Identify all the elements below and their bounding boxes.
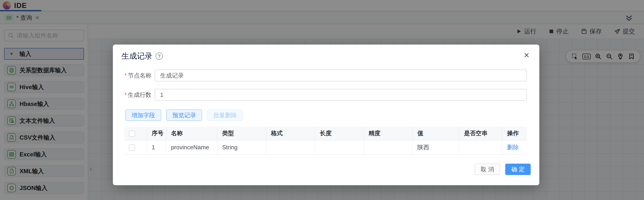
- node-name-label: *节点名称: [122, 72, 152, 80]
- col-format: 格式: [266, 127, 315, 140]
- dialog-title: 生成记录: [122, 51, 152, 61]
- node-name-field: *节点名称: [122, 70, 527, 81]
- cell-format[interactable]: [266, 140, 315, 154]
- required-marker: *: [124, 72, 127, 79]
- table-row: 1 provinceName String 陕西 删除: [124, 140, 527, 154]
- field-actions: 增加字段 预览记录 批量删除: [125, 110, 243, 121]
- preview-records-button[interactable]: 预览记录: [166, 110, 202, 121]
- dialog-close-icon[interactable]: ×: [524, 51, 529, 60]
- cell-precision[interactable]: [364, 140, 412, 154]
- required-marker: *: [124, 91, 127, 98]
- col-value: 值: [412, 127, 459, 140]
- cell-name[interactable]: provinceName: [166, 140, 217, 154]
- col-length: 长度: [315, 127, 364, 140]
- delete-row-link[interactable]: 删除: [507, 144, 519, 151]
- col-is-empty: 是否空串: [459, 127, 502, 140]
- help-icon[interactable]: ?: [156, 53, 163, 60]
- col-action: 操作: [502, 127, 527, 140]
- col-type: 类型: [217, 127, 266, 140]
- row-count-label: *生成行数: [122, 91, 152, 99]
- ok-button[interactable]: 确 定: [505, 164, 531, 175]
- col-precision: 精度: [364, 127, 412, 140]
- cancel-button[interactable]: 取 消: [474, 164, 500, 175]
- dialog-footer: 取 消 确 定: [474, 164, 531, 175]
- row-checkbox[interactable]: [129, 144, 135, 151]
- row-count-input[interactable]: [155, 89, 527, 101]
- row-count-field: *生成行数: [122, 89, 527, 101]
- fields-table: 序号 名称 类型 格式 长度 精度 值 是否空串 操作 1 provinceNa…: [124, 127, 527, 155]
- select-all-checkbox[interactable]: [129, 130, 135, 137]
- cell-seq: 1: [147, 140, 166, 154]
- cell-type[interactable]: String: [217, 140, 266, 154]
- add-field-button[interactable]: 增加字段: [125, 110, 161, 121]
- node-name-input[interactable]: [155, 70, 527, 81]
- cell-length[interactable]: [315, 140, 364, 154]
- generate-records-dialog: 生成记录 ? × *节点名称 *生成行数 增加字段 预览记录 批量删除 序号 名…: [113, 45, 539, 185]
- cell-is-empty[interactable]: [459, 140, 502, 154]
- batch-delete-button[interactable]: 批量删除: [207, 110, 243, 121]
- col-seq: 序号: [147, 127, 166, 140]
- cell-value[interactable]: 陕西: [412, 140, 459, 154]
- table-header-row: 序号 名称 类型 格式 长度 精度 值 是否空串 操作: [124, 127, 527, 140]
- col-name: 名称: [166, 127, 217, 140]
